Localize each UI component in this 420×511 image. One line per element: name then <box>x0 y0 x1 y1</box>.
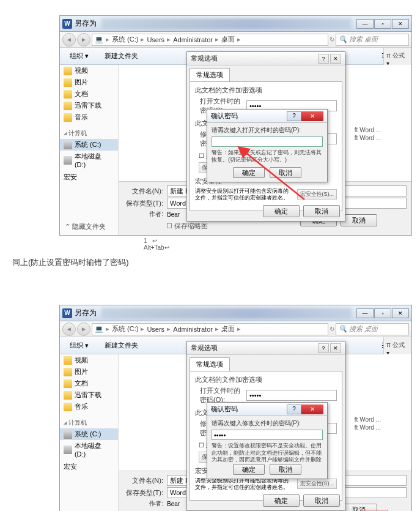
sidebar-item-downloads[interactable]: 迅雷下载 <box>60 389 118 401</box>
sidebar-item-pictures[interactable]: 图片 <box>60 366 118 378</box>
confirm-ok-button[interactable]: 确定 <box>233 167 265 178</box>
tab-general[interactable]: 常规选项 <box>190 357 230 371</box>
encrypt-section-title: 此文档的文件加密选项 <box>195 375 337 384</box>
close-button[interactable]: ✕ <box>392 308 409 318</box>
filename-label: 文件名(N): <box>123 476 163 485</box>
sidebar-item-favorites[interactable]: 宏安 <box>60 461 118 472</box>
tab-general[interactable]: 常规选项 <box>190 68 230 81</box>
confirm-cancel-button[interactable]: 取消 <box>270 167 301 178</box>
open-password-input[interactable] <box>246 390 337 401</box>
organize-button[interactable]: 组织 ▾ <box>65 340 94 351</box>
minimize-button[interactable]: — <box>356 308 374 318</box>
confirm-warning: 警告：如果您丢失或忘记了密码，则无法将其恢复。(切记密码区分大小写。) <box>212 149 323 165</box>
saveas-titlebar: W 另存为 — ▫ ✕ <box>60 305 411 321</box>
macro-desc: 调整安全级别以打开可能包含宏病毒的文件，并指定可信任的宏创建者姓名。 <box>195 188 293 201</box>
sidebar-item-documents[interactable]: 文档 <box>60 88 118 100</box>
search-input[interactable]: 🔍 搜索 桌面 <box>336 34 409 46</box>
blurred-title-area <box>101 308 352 319</box>
encrypt-section-title: 此文档的文件加密选项 <box>195 86 337 95</box>
sidebar-item-music[interactable]: 音乐 <box>60 111 118 123</box>
confirm-label: 请再次键入修改文件时的密码(P): <box>212 419 323 428</box>
saveas-title: 另存为 <box>75 308 97 318</box>
dialog-close-button[interactable]: ✕ <box>330 343 341 353</box>
minimize-button[interactable]: — <box>356 19 374 29</box>
confirm-close-button[interactable]: ✕ <box>301 405 323 414</box>
sidebar-item-drive-c[interactable]: 系统 (C:) <box>60 139 118 151</box>
confirm-label: 请再次键入打开文件时的密码(P): <box>212 126 323 135</box>
sidebar-item-music[interactable]: 音乐 <box>60 401 118 412</box>
confirm-password-input[interactable] <box>212 430 323 440</box>
bg-cancel-button[interactable]: 取消 <box>341 214 377 226</box>
general-cancel-button[interactable]: 取消 <box>303 205 340 217</box>
author-label: 作者: <box>123 210 163 218</box>
macro-security-button[interactable]: 宏安全性(S)... <box>297 189 337 200</box>
dialog-close-button[interactable]: ✕ <box>330 54 341 64</box>
confirm-password-dialog: 确认密码 ? ✕ 请再次键入打开文件时的密码(P): 警告：如果您丢失或忘记了密… <box>207 109 328 182</box>
file-entries: ft Word ... ft Word ... <box>355 126 381 142</box>
general-cancel-button[interactable]: 取消 <box>303 494 340 507</box>
dialog-help-button[interactable]: ? <box>318 54 329 64</box>
caption-text: 同上(防止设置密码时输错了密码) <box>12 257 408 268</box>
confirm-password-input[interactable] <box>212 136 323 147</box>
general-ok-button[interactable]: 确定 <box>263 494 300 507</box>
sidebar-computer-section[interactable]: 计算机 <box>60 416 118 428</box>
sidebar-item-drive-d[interactable]: 本地磁盘 (D:) <box>60 151 118 170</box>
saveas-title: 另存为 <box>75 18 97 29</box>
close-button[interactable]: ✕ <box>392 19 409 29</box>
general-options-title: 常规选项 <box>191 54 218 63</box>
sidebar-item-drive-c[interactable]: 系统 (C:) <box>60 428 118 440</box>
hide-folders-toggle[interactable]: ⌃隐藏文件夹 <box>65 222 106 231</box>
blurred-title-area <box>101 18 352 29</box>
sidebar-item-favorites[interactable]: 宏安 <box>60 171 118 183</box>
dialog-help-button[interactable]: ? <box>318 343 329 353</box>
new-folder-button[interactable]: 新建文件夹 <box>100 340 143 351</box>
nav-back-icon[interactable]: ◄ <box>62 323 76 336</box>
macro-security-button[interactable]: 宏安全性(S)... <box>297 479 337 489</box>
breadcrumb[interactable]: 💻▸ 系统 (C:)▸ Users▸ Administrator▸ 桌面▸ <box>92 323 328 335</box>
confirm-warning: 警告：设置修改权限密码不是安全功能。使用此功能，能防止对此文档进行误编辑，但不能… <box>212 442 323 462</box>
sidebar-item-documents[interactable]: 文档 <box>60 378 118 389</box>
author-value: Bear <box>167 501 180 507</box>
nav-forward-icon[interactable]: ► <box>77 33 90 47</box>
sidebar-item-drive-d[interactable]: 本地磁盘 (D:) <box>60 440 118 459</box>
confirm-ok-button[interactable]: 确定 <box>233 464 265 475</box>
confirm-close-button[interactable]: ✕ <box>301 111 323 121</box>
sidebar-item-downloads[interactable]: 迅雷下载 <box>60 100 118 111</box>
nav-bar: ◄ ► 💻▸ 系统 (C:)▸ Users▸ Administrator▸ 桌面… <box>60 32 411 48</box>
macro-desc: 调整安全级别以打开可能包含宏病毒的文件，并指定可信任的宏创建者姓名。 <box>195 477 293 491</box>
confirm-cancel-button[interactable]: 取消 <box>270 464 301 475</box>
screenshot-1: π 公式 ▾ Ω 符号 ▾ 符号 W 另存为 — ▫ ✕ ◄ ► 💻▸ 系统 (… <box>59 15 412 236</box>
general-options-title: 常规选项 <box>191 343 218 352</box>
sidebar-computer-section[interactable]: 计算机 <box>60 127 118 139</box>
breadcrumb[interactable]: 💻▸ 系统 (C:)▸ Users▸ Administrator▸ 桌面▸ <box>92 34 328 46</box>
organize-button[interactable]: 组织 ▾ <box>65 50 94 62</box>
screenshot-2: π 公式 ▾ Ω 符号 ▾ 符号 W 另存为 — ▫ ✕ ◄ ► 💻▸ 系统 (… <box>59 305 412 511</box>
savetype-label: 保存类型(T): <box>123 199 163 208</box>
sidebar-item-pictures[interactable]: 图片 <box>60 76 118 88</box>
sidebar: 视频 图片 文档 迅雷下载 音乐 计算机 系统 (C:) 本地磁盘 (D:) 宏… <box>60 65 119 235</box>
word-icon: W <box>62 19 72 29</box>
maximize-button[interactable]: ▫ <box>374 308 391 318</box>
sidebar: 视频 图片 文档 迅雷下载 音乐 计算机 系统 (C:) 本地磁盘 (D:) 宏… <box>60 354 119 511</box>
sidebar-item-video[interactable]: 视频 <box>60 65 118 76</box>
saveas-titlebar: W 另存为 — ▫ ✕ <box>60 16 411 32</box>
savetype-label: 保存类型(T): <box>123 488 163 498</box>
sidebar-item-video[interactable]: 视频 <box>60 354 118 366</box>
confirm-password-dialog-2: 确认密码 ? ✕ 请再次键入修改文件时的密码(P): 警告：设置修改权限密码不是… <box>207 402 328 479</box>
confirm-title: 确认密码 <box>211 405 238 414</box>
author-value: Bear <box>167 211 180 218</box>
file-entries: ft Word ... ft Word ... <box>355 416 381 431</box>
filename-label: 文件名(N): <box>123 187 163 196</box>
general-ok-button[interactable]: 确定 <box>263 205 300 217</box>
author-label: 作者: <box>123 499 163 508</box>
confirm-help-button[interactable]: ? <box>287 111 301 121</box>
nav-bar: ◄ ► 💻▸ 系统 (C:)▸ Users▸ Administrator▸ 桌面… <box>60 321 411 337</box>
nav-back-icon[interactable]: ◄ <box>62 33 76 47</box>
confirm-help-button[interactable]: ? <box>287 405 301 414</box>
word-icon: W <box>62 308 72 318</box>
search-input[interactable]: 🔍 搜索 桌面 <box>336 323 409 335</box>
nav-forward-icon[interactable]: ► <box>77 323 90 336</box>
maximize-button[interactable]: ▫ <box>374 19 391 29</box>
confirm-title: 确认密码 <box>211 111 238 121</box>
new-folder-button[interactable]: 新建文件夹 <box>100 50 143 62</box>
